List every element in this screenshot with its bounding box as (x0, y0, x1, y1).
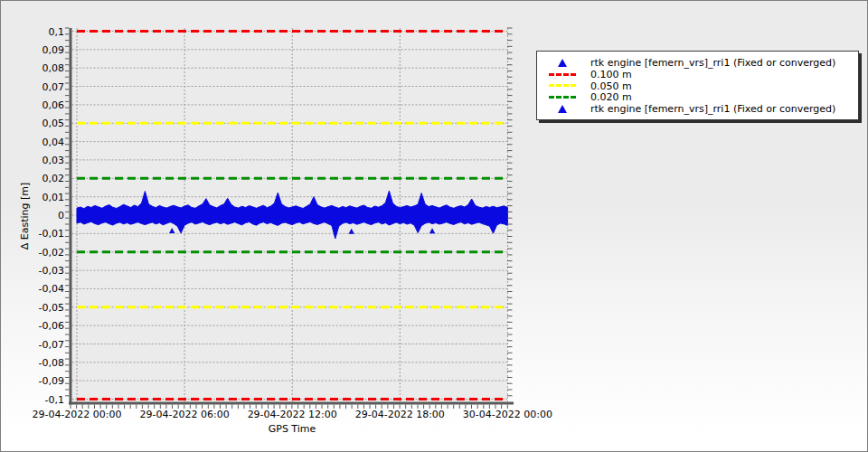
dash-segment (571, 84, 576, 87)
dash-segment (571, 73, 576, 76)
dash-segment (549, 84, 554, 87)
legend: rtk engine [femern_vrs]_rri1 (Fixed or c… (536, 51, 859, 120)
legend-item-label: 0.050 m (590, 80, 632, 92)
y-tick-label: 0,01 (42, 192, 65, 203)
y-tick-label: 0,09 (42, 44, 65, 56)
dashes-icon (548, 96, 577, 99)
legend-item: 0.100 m (542, 69, 853, 80)
x-tick-labels: 29-04-2022 00:0029-04-2022 06:0029-04-20… (32, 409, 552, 420)
y-tick-label: -0,05 (39, 302, 64, 314)
y-tick-label: -0,1 (45, 394, 64, 406)
y-tick-label: 0,02 (42, 173, 65, 184)
y-tick-label: 0,03 (42, 155, 65, 166)
y-tick-label: -0,02 (39, 247, 64, 259)
y-tick-label: -0,08 (39, 357, 64, 369)
dash-segment (563, 96, 569, 99)
legend-item: 0.020 m (542, 91, 853, 103)
x-tick-label: 29-04-2022 18:00 (355, 409, 445, 420)
y-tick-label: 0 (58, 210, 64, 221)
y-tick-label: -0,04 (39, 283, 64, 295)
dashed-line-icon (542, 84, 582, 87)
dash-segment (549, 96, 554, 99)
dashes-icon (548, 73, 577, 76)
legend-item: rtk engine [femern_vrs]_rri1 (Fixed or c… (542, 103, 853, 115)
legend-item-label: rtk engine [femern_vrs]_rri1 (Fixed or c… (590, 57, 835, 69)
x-tick-label: 29-04-2022 00:00 (32, 409, 121, 420)
legend-item: 0.050 m (542, 80, 853, 92)
y-tick-label: -0,07 (39, 339, 64, 351)
dash-segment (556, 96, 561, 99)
legend-item: rtk engine [femern_vrs]_rri1 (Fixed or c… (542, 57, 853, 69)
dash-segment (556, 84, 561, 87)
y-tick-label: 0,04 (42, 137, 65, 148)
legend-item-label: 0.100 m (590, 69, 632, 80)
dash-segment (556, 73, 561, 76)
dash-segment (563, 84, 569, 87)
triangle-marker-icon (542, 105, 582, 113)
y-tick-label: 0,06 (42, 99, 65, 111)
x-tick-label: 30-04-2022 00:00 (463, 409, 552, 420)
dashed-line-icon (542, 96, 582, 99)
x-axis-title: GPS Time (269, 423, 316, 435)
y-tick-label: 0,1 (49, 26, 65, 38)
x-tick-label: 29-04-2022 12:00 (248, 409, 337, 420)
dash-segment (549, 73, 554, 76)
y-axis-title: Δ Easting [m] (19, 183, 31, 250)
y-tick-label: -0,06 (39, 320, 64, 332)
y-tick-label: -0,03 (39, 265, 64, 277)
chart-window: 0,10,090,080,070,060,050,040,030,020,010… (0, 0, 868, 452)
x-tick-label: 29-04-2022 06:00 (140, 409, 230, 420)
y-tick-labels: 0,10,090,080,070,060,050,040,030,020,010… (39, 26, 64, 406)
dashes-icon (548, 84, 577, 87)
y-tick-label: 0,07 (42, 81, 65, 93)
triangle-marker-icon (542, 59, 582, 67)
triangle-icon (558, 59, 567, 67)
y-tick-label: -0,01 (39, 228, 64, 240)
y-tick-label: 0,08 (42, 62, 65, 74)
dash-segment (571, 96, 576, 99)
triangle-icon (558, 105, 567, 113)
dashed-line-icon (542, 73, 582, 76)
y-tick-label: -0,09 (39, 375, 64, 387)
legend-item-label: 0.020 m (590, 91, 632, 103)
y-tick-label: 0,05 (42, 118, 65, 129)
dash-segment (563, 73, 569, 76)
legend-item-label: rtk engine [femern_vrs]_rri1 (Fixed or c… (590, 103, 835, 115)
